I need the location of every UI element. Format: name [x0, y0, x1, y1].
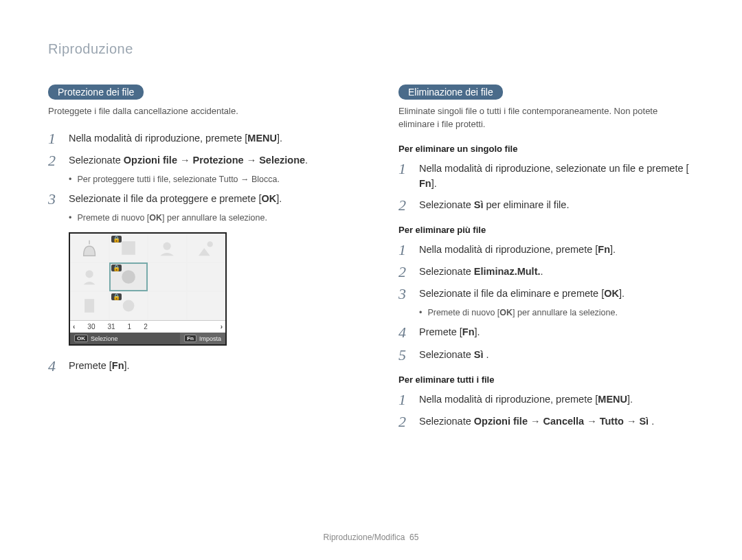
right-column: Eliminazione dei file Eliminate singoli … [398, 85, 694, 436]
intro-delete: Eliminate singoli file o tutti i file co… [398, 105, 694, 131]
step-number: 4 [398, 324, 411, 341]
step-number: 1 [398, 242, 411, 258]
step: 2 Selezionate Opzioni file → Cancella → … [398, 414, 694, 430]
fn-key: Fn [184, 335, 196, 342]
step: 3 Selezionate il file da eliminare e pre… [398, 286, 694, 302]
step-text: Premete [Fn]. [69, 358, 130, 373]
fn-key: Fn [598, 242, 610, 257]
step-number: 3 [48, 191, 60, 208]
arrow-right-icon: › [221, 323, 223, 331]
step: 5 Selezionate Sì . [398, 347, 694, 363]
ok-key: OK [604, 286, 619, 301]
fn-set: FnImposta [180, 333, 225, 344]
page-footer: Riproduzione/Modifica 65 [0, 533, 742, 542]
thumb-cell [70, 291, 109, 320]
footer-page: 65 [409, 533, 418, 542]
step-number: 4 [48, 358, 60, 374]
menu-key: MENU [598, 392, 627, 407]
step: 1 Nella modalità di riproduzione, premet… [398, 392, 694, 408]
step: 2 Selezionate Sì per eliminare il file. [398, 197, 694, 214]
sub-bullet: Premete di nuovo [OK] per annullare la s… [69, 213, 344, 223]
date-label: 30 [87, 323, 95, 331]
step-text: Selezionate Opzioni file → Protezione → … [69, 153, 308, 168]
button-row: OKSelezione FnImposta [70, 333, 225, 344]
thumb-cell [148, 234, 187, 262]
thumb-cell [70, 262, 109, 291]
thumb-cell [148, 262, 187, 291]
svg-point-2 [207, 242, 212, 247]
step-number: 2 [398, 197, 411, 214]
section-pill-delete: Eliminazione dei file [398, 85, 503, 100]
step-number: 2 [398, 414, 411, 430]
step-text: Selezionate Sì per eliminare il file. [419, 197, 569, 212]
step-text: Nella modalità di riproduzione, premete … [419, 392, 633, 407]
step: 3 Selezionate il file da proteggere e pr… [48, 191, 344, 208]
subhead-multi: Per eliminare più file [398, 225, 694, 235]
subhead-single: Per eliminare un singolo file [398, 144, 694, 154]
thumb-cell-selected: 🔒 [109, 262, 148, 291]
step-number: 1 [398, 392, 411, 408]
subhead-all: Per eliminare tutti i file [398, 374, 694, 385]
step-text: Selezionate il file da eliminare e preme… [419, 286, 625, 301]
step: 1 Nella modalità di riproduzione, premet… [398, 242, 694, 258]
step-text: Selezionate Eliminaz.Mult.. [419, 264, 543, 279]
menu-key: MENU [247, 131, 277, 146]
section-pill-protect: Protezione dei file [48, 85, 144, 100]
lock-icon: 🔒 [111, 236, 122, 243]
thumb-cell: 🔒 [109, 291, 148, 320]
svg-point-1 [164, 243, 171, 250]
ok-key: OK [262, 191, 277, 206]
thumb-cell [70, 234, 109, 262]
date-label: 1 [128, 323, 132, 331]
step-number: 3 [398, 286, 411, 302]
svg-point-6 [122, 300, 134, 312]
step: 2 Selezionate Eliminaz.Mult.. [398, 264, 694, 280]
thumb-cell [148, 291, 187, 320]
step-number: 2 [398, 264, 411, 280]
step-text: Nella modalità di riproduzione, selezion… [419, 161, 694, 192]
step: 1 Nella modalità di riproduzione, premet… [48, 131, 344, 147]
svg-rect-0 [122, 242, 135, 256]
step: 4 Premete [Fn]. [48, 358, 344, 374]
page-header: Riproduzione [48, 41, 694, 57]
step-number: 2 [48, 153, 60, 169]
step-number: 1 [398, 161, 411, 177]
intro-protect: Proteggete i file dalla cancellazione ac… [48, 105, 344, 118]
date-row: ‹ 30 31 1 2 › [70, 320, 225, 333]
date-label: 31 [107, 323, 115, 331]
lock-icon: 🔒 [111, 293, 122, 300]
date-label: 2 [144, 323, 148, 331]
step: 4 Premete [Fn]. [398, 324, 694, 341]
ok-key: OK [74, 335, 88, 342]
svg-rect-5 [85, 300, 94, 313]
sub-bullet: Premete di nuovo [OK] per annullare la s… [419, 308, 694, 317]
svg-point-4 [122, 271, 135, 284]
step-number: 1 [48, 131, 60, 147]
footer-section: Riproduzione/Modifica [324, 533, 405, 542]
step-number: 5 [398, 347, 411, 363]
step-text: Nella modalità di riproduzione, premete … [419, 242, 616, 257]
ok-selection: OKSelezione [70, 333, 122, 344]
step: 1 Nella modalità di riproduzione, selezi… [398, 161, 694, 192]
fn-key: Fn [419, 176, 431, 191]
step-text: Nella modalità di riproduzione, premete … [69, 131, 282, 146]
sub-bullet: Per proteggere tutti i file, selezionate… [69, 175, 344, 184]
thumbnail-screen: 🔒 🔒 🔒 ‹ 30 31 1 2 › OKSel [69, 232, 227, 346]
thumb-cell [187, 234, 226, 262]
thumb-cell [187, 291, 226, 320]
step-text: Selezionate il file da proteggere e prem… [69, 191, 282, 206]
fn-key: Fn [112, 358, 124, 373]
step-text: Selezionate Opzioni file → Cancella → Tu… [419, 414, 654, 429]
thumb-cell [187, 262, 226, 291]
ok-key: OK [149, 213, 162, 223]
lock-icon: 🔒 [111, 265, 122, 271]
ok-key: OK [499, 308, 513, 317]
svg-point-3 [86, 271, 93, 278]
arrow-left-icon: ‹ [73, 323, 75, 331]
step-text: Selezionate Sì . [419, 347, 489, 362]
step: 2 Selezionate Opzioni file → Protezione … [48, 153, 344, 169]
thumb-cell: 🔒 [109, 234, 148, 262]
step-text: Premete [Fn]. [419, 324, 480, 339]
left-column: Protezione dei file Proteggete i file da… [48, 85, 344, 436]
fn-key: Fn [462, 324, 475, 339]
